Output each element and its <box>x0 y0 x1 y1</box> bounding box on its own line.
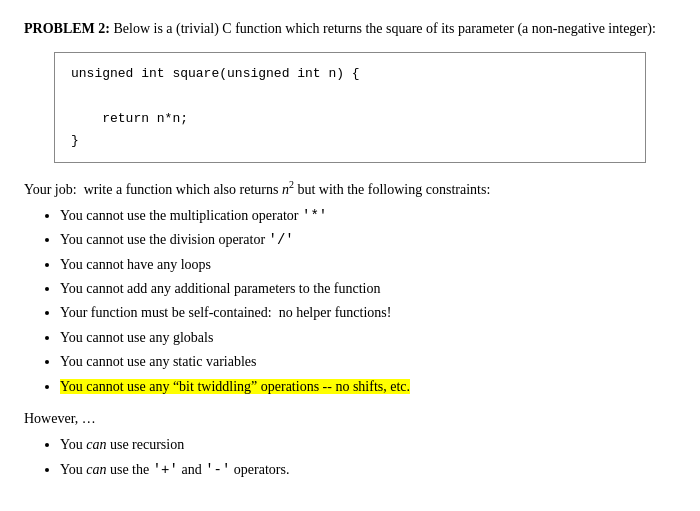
problem-intro: Below is a (trivial) C function which re… <box>110 21 656 36</box>
constraint-1: You cannot use the multiplication operat… <box>60 205 676 227</box>
problem-label: PROBLEM 2: <box>24 21 110 36</box>
code-line-1: unsigned int square(unsigned int n) { <box>71 63 629 85</box>
can-item-2: You can use the '+' and '-' operators. <box>60 459 676 481</box>
constraints-list: You cannot use the multiplication operat… <box>60 205 676 398</box>
problem-section: PROBLEM 2: Below is a (trivial) C functi… <box>24 18 676 481</box>
code-line-3: return n*n; <box>71 108 629 130</box>
code-block: unsigned int square(unsigned int n) { re… <box>54 52 646 162</box>
constraint-6: You cannot use any globals <box>60 327 676 349</box>
highlighted-constraint: You cannot use any “bit twiddling” opera… <box>60 379 410 394</box>
problem-header: PROBLEM 2: Below is a (trivial) C functi… <box>24 18 676 40</box>
constraint-4: You cannot add any additional parameters… <box>60 278 676 300</box>
code-line-4: } <box>71 130 629 152</box>
constraint-3: You cannot have any loops <box>60 254 676 276</box>
job-description: Your job: write a function which also re… <box>24 177 676 201</box>
constraint-5: Your function must be self-contained: no… <box>60 302 676 324</box>
constraint-2: You cannot use the division operator '/' <box>60 229 676 251</box>
code-line-2 <box>71 85 629 107</box>
however-line: However, … <box>24 408 676 430</box>
can-list: You can use recursion You can use the '+… <box>60 434 676 481</box>
constraint-7: You cannot use any static variables <box>60 351 676 373</box>
can-item-1: You can use recursion <box>60 434 676 456</box>
constraint-8: You cannot use any “bit twiddling” opera… <box>60 376 676 398</box>
